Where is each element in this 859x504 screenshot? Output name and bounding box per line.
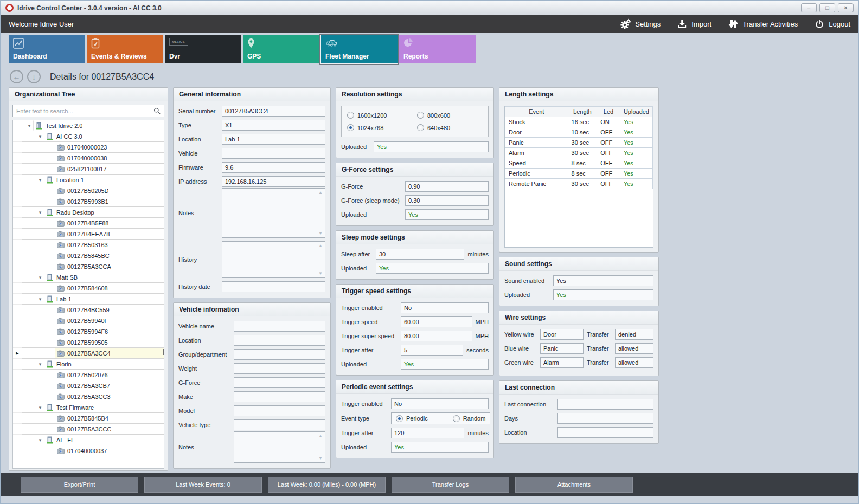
text-input[interactable] xyxy=(234,419,325,430)
event-type-radio[interactable]: Random xyxy=(453,415,486,422)
tree-node[interactable]: ▶ ▾ xyxy=(13,261,164,272)
column-header[interactable]: Length xyxy=(568,107,597,117)
text-input[interactable]: Lab 1 xyxy=(222,134,325,145)
tree-node[interactable]: ▶ ▾ xyxy=(13,240,164,250)
scroll-up-icon[interactable]: ▲ xyxy=(318,190,323,195)
text-input[interactable]: X1 xyxy=(222,120,325,131)
tree-node[interactable]: ▶ ▾ xyxy=(13,348,164,359)
text-input[interactable] xyxy=(222,281,325,292)
expander-icon[interactable]: ▾ xyxy=(36,296,44,302)
tree-node[interactable]: ▶ ▾ xyxy=(13,272,164,283)
tree-node[interactable]: ▶ ▾ xyxy=(13,380,164,391)
tree-node[interactable]: ▶ ▾ xyxy=(13,424,164,435)
table-row[interactable]: Door 10 sec OFF Yes xyxy=(505,127,653,138)
text-input[interactable]: Yes xyxy=(401,359,489,370)
tree-node[interactable]: ▶ ▾ xyxy=(13,196,164,207)
text-input[interactable] xyxy=(557,427,653,438)
tab-reports[interactable]: Reports xyxy=(399,35,476,63)
column-header[interactable]: Event xyxy=(505,107,568,117)
table-row[interactable]: Remote Panic 30 sec OFF Yes xyxy=(505,179,653,189)
settings-button[interactable]: Settings xyxy=(620,18,661,29)
transfer-input[interactable]: denied xyxy=(615,329,653,340)
text-input[interactable] xyxy=(234,335,325,346)
text-input[interactable] xyxy=(234,391,325,402)
bottom-bar-button[interactable]: Last Week Events: 0 xyxy=(144,477,262,493)
tab-events-reviews[interactable]: Events & Reviews xyxy=(87,35,163,63)
column-header[interactable]: Led xyxy=(597,107,620,117)
expander-icon[interactable]: ▾ xyxy=(36,275,44,280)
tree-node[interactable]: ▶ ▾ xyxy=(13,218,164,229)
tab-dvr[interactable]: MERGE Dvr xyxy=(165,35,241,63)
resolution-radio[interactable]: 1600x1200 xyxy=(347,112,413,119)
tree-node[interactable]: ▶ ▾ xyxy=(13,305,164,315)
table-row[interactable]: Speed 8 sec OFF Yes xyxy=(505,158,653,169)
tree-node[interactable]: ▶ ▾ xyxy=(13,315,164,326)
transfer-input[interactable]: allowed xyxy=(615,357,653,368)
expander-icon[interactable]: ▾ xyxy=(36,361,44,367)
scroll-down-icon[interactable]: ▼ xyxy=(318,456,323,461)
tree-node[interactable]: ▶ ▾ xyxy=(13,207,164,218)
wire-event-input[interactable]: Panic xyxy=(540,343,584,354)
tree-search-input[interactable]: Enter text to search... xyxy=(12,105,164,117)
table-row[interactable]: Periodic 8 sec OFF Yes xyxy=(505,169,653,179)
tree-node[interactable]: ▶ ▾ xyxy=(13,337,164,348)
bottom-bar-button[interactable]: Export/Print xyxy=(21,477,138,493)
text-input[interactable]: 5 xyxy=(401,345,463,356)
text-input[interactable]: 60.00 xyxy=(401,316,472,327)
wire-event-input[interactable]: Alarm xyxy=(540,357,584,368)
transfer-activities-button[interactable]: Transfer Activities xyxy=(728,18,798,29)
down-arrow-button[interactable]: ↓ xyxy=(27,70,41,83)
tree-node[interactable]: ▶ ▾ xyxy=(13,175,164,185)
text-input[interactable]: 120 xyxy=(391,428,464,438)
tab-fleet-manager[interactable]: Fleet Manager xyxy=(321,35,398,63)
tree-node[interactable]: ▶ ▾ xyxy=(13,402,164,413)
tree-node[interactable]: ▶ ▾ xyxy=(13,326,164,337)
text-input[interactable]: Yes xyxy=(553,289,653,300)
column-header[interactable]: Uploaded xyxy=(620,107,652,117)
text-input[interactable] xyxy=(234,377,325,388)
maximize-button[interactable]: □ xyxy=(819,3,835,12)
tree-node[interactable]: ▶ ▾ xyxy=(13,229,164,240)
table-row[interactable]: Panic 30 sec OFF Yes xyxy=(505,138,653,148)
tree-node[interactable]: ▶ ▾ xyxy=(13,164,164,175)
logout-button[interactable]: Logout xyxy=(814,18,850,29)
tree-node[interactable]: ▶ ▾ xyxy=(13,370,164,380)
tree-node[interactable]: ▶ ▾ xyxy=(13,294,164,305)
text-input[interactable]: Yes xyxy=(553,275,653,286)
tab-dashboard[interactable]: Dashboard xyxy=(9,35,85,63)
expander-icon[interactable]: ▾ xyxy=(36,210,44,215)
table-row[interactable]: Shock 16 sec ON Yes xyxy=(505,117,653,127)
bottom-bar-button[interactable]: Last Week: 0.00 (Miles) - 0.00 (MPH) xyxy=(268,477,386,493)
tree-node[interactable]: ▶ ▾ xyxy=(13,142,164,153)
text-input[interactable] xyxy=(234,321,325,332)
text-input[interactable]: No xyxy=(391,398,489,409)
bottom-bar-button[interactable]: Transfer Logs xyxy=(392,477,509,493)
tree-node[interactable]: ▶ ▾ xyxy=(13,413,164,424)
bottom-bar-button[interactable]: Attachments xyxy=(515,477,633,493)
vehicle-notes-textarea[interactable]: ▲ ▼ xyxy=(234,431,325,463)
scroll-down-icon[interactable]: ▼ xyxy=(318,271,323,276)
tree-node[interactable]: ▶ ▾ xyxy=(13,445,164,456)
text-input[interactable]: 0.90 xyxy=(405,181,489,192)
scroll-up-icon[interactable]: ▲ xyxy=(318,434,323,438)
text-input[interactable]: 30 xyxy=(376,249,464,260)
tab-gps[interactable]: GPS xyxy=(243,35,319,63)
text-input[interactable]: Yes xyxy=(376,263,489,274)
notes-textarea[interactable]: ▲ ▼ xyxy=(222,188,325,238)
text-input[interactable]: 9.6 xyxy=(222,162,325,173)
text-input[interactable]: 00127B5A3CC4 xyxy=(222,106,325,117)
tree-node[interactable]: ▶ ▾ xyxy=(13,435,164,445)
text-input[interactable] xyxy=(234,405,325,416)
tree-node[interactable]: ▶ ▾ xyxy=(13,391,164,402)
table-row[interactable]: Alarm 30 sec OFF Yes xyxy=(505,148,653,158)
text-input[interactable]: 192.168.16.125 xyxy=(222,176,325,187)
event-type-radio[interactable]: Periodic xyxy=(396,415,428,422)
tree-node[interactable]: ▶ ▾ xyxy=(13,283,164,294)
text-input[interactable]: 80.00 xyxy=(401,331,472,341)
text-input[interactable] xyxy=(234,363,325,374)
text-input[interactable] xyxy=(557,413,653,424)
back-arrow-button[interactable]: ← xyxy=(10,70,23,83)
import-button[interactable]: Import xyxy=(677,18,711,29)
text-input[interactable]: Yes xyxy=(405,209,489,220)
expander-icon[interactable]: ▾ xyxy=(25,123,33,128)
